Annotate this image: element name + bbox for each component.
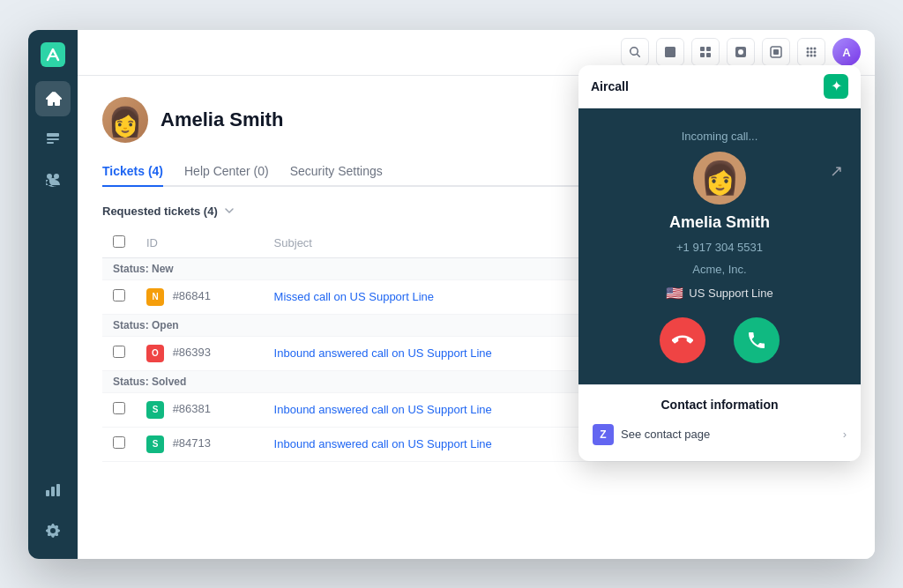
contact-info-title: Contact information <box>593 398 847 412</box>
svg-point-11 <box>814 48 817 50</box>
ticket-subject[interactable]: Inbound answered call on US Support Line <box>274 437 492 450</box>
svg-rect-4 <box>706 53 711 57</box>
sidebar-item-tickets[interactable] <box>35 122 71 157</box>
chevron-right-icon: › <box>843 428 847 441</box>
see-contact-page-link[interactable]: Z See contact page › <box>593 421 847 449</box>
contact-name: Amelia Smith <box>160 108 283 131</box>
sidebar-item-contacts[interactable] <box>35 162 71 197</box>
ticket-id: #86381 <box>173 402 211 415</box>
contact-link-icon: Z <box>593 424 614 445</box>
accept-call-button[interactable] <box>734 317 780 363</box>
svg-rect-8 <box>773 49 779 55</box>
ticket-badge-solved: S <box>146 401 164 419</box>
ticket-subject[interactable]: Inbound answered call on US Support Line <box>274 403 492 416</box>
search-button[interactable] <box>621 38 649 66</box>
sidebar-item-settings[interactable] <box>35 513 71 548</box>
svg-point-13 <box>810 51 813 54</box>
grid-view-icon[interactable] <box>691 38 720 66</box>
support-line-label: US Support Line <box>689 287 772 300</box>
app-logo <box>39 41 67 69</box>
user-avatar[interactable]: A <box>832 38 861 66</box>
app-window: A Amelia Smith Tickets (4) Help Center (… <box>28 30 875 559</box>
svg-point-12 <box>807 51 810 54</box>
tab-security[interactable]: Security Settings <box>290 157 383 187</box>
ticket-id: #86841 <box>173 289 211 302</box>
row-checkbox[interactable] <box>113 289 125 301</box>
ticket-subject[interactable]: Inbound answered call on US Support Line <box>274 346 492 360</box>
row-checkbox[interactable] <box>113 402 125 414</box>
svg-rect-1 <box>700 47 705 51</box>
incoming-caller-name: Amelia Smith <box>669 213 770 232</box>
incoming-label: Incoming call... <box>682 130 758 143</box>
aircall-contact-info: Contact information Z See contact page › <box>578 384 861 461</box>
ticket-badge-solved: S <box>146 435 164 453</box>
cursor-indicator: ↗ <box>830 161 843 181</box>
svg-point-9 <box>807 48 810 50</box>
svg-point-14 <box>814 51 817 54</box>
sidebar-item-home[interactable] <box>35 81 71 116</box>
decline-call-button[interactable] <box>660 317 705 363</box>
sidebar <box>28 30 78 559</box>
contact-avatar-image <box>102 97 148 143</box>
incoming-support-line: 🇺🇸 US Support Line <box>666 285 772 301</box>
ticket-id: #84713 <box>173 436 211 450</box>
row-checkbox[interactable] <box>113 436 125 449</box>
select-all-checkbox[interactable] <box>113 235 125 248</box>
aircall-panel: Aircall ✦ ↗ Incoming call... 👩 Amelia Sm… <box>578 65 861 461</box>
svg-rect-0 <box>41 42 65 67</box>
chevron-down-icon <box>223 205 235 217</box>
svg-point-10 <box>810 48 813 50</box>
ticket-badge-new: N <box>146 288 164 306</box>
incoming-caller-phone: +1 917 304 5531 <box>676 241 763 254</box>
call-actions <box>660 317 780 363</box>
tab-help-center[interactable]: Help Center (0) <box>184 157 269 187</box>
avatar-image: A <box>832 38 861 66</box>
sidebar-item-reports[interactable] <box>35 473 71 508</box>
record-icon[interactable] <box>727 38 755 66</box>
ticket-badge-open: O <box>146 345 164 362</box>
flag-icon: 🇺🇸 <box>666 285 683 301</box>
aircall-incoming-section: ↗ Incoming call... 👩 Amelia Smith +1 917… <box>578 108 861 384</box>
aircall-logo: ✦ <box>824 74 848 99</box>
col-id: ID <box>136 228 264 258</box>
svg-point-17 <box>814 55 817 57</box>
incoming-caller-company: Acme, Inc. <box>692 263 746 276</box>
svg-rect-2 <box>706 47 711 51</box>
expand-icon[interactable] <box>762 38 790 66</box>
tab-tickets[interactable]: Tickets (4) <box>102 157 163 187</box>
svg-point-6 <box>738 49 743 55</box>
aircall-header: Aircall ✦ <box>578 65 861 108</box>
row-checkbox[interactable] <box>113 346 125 358</box>
svg-rect-3 <box>700 53 705 57</box>
contact-avatar <box>102 97 148 143</box>
apps-icon[interactable] <box>797 38 825 66</box>
ticket-subject[interactable]: Missed call on US Support Line <box>274 290 434 303</box>
ticket-id: #86393 <box>173 346 211 359</box>
contact-page-label: See contact page <box>621 428 710 441</box>
svg-point-15 <box>807 55 810 57</box>
text-editor-icon[interactable] <box>656 38 684 66</box>
incoming-caller-avatar: 👩 <box>693 152 746 205</box>
svg-point-16 <box>810 55 813 57</box>
col-subject: Subject <box>264 228 620 258</box>
aircall-title: Aircall <box>591 79 629 93</box>
